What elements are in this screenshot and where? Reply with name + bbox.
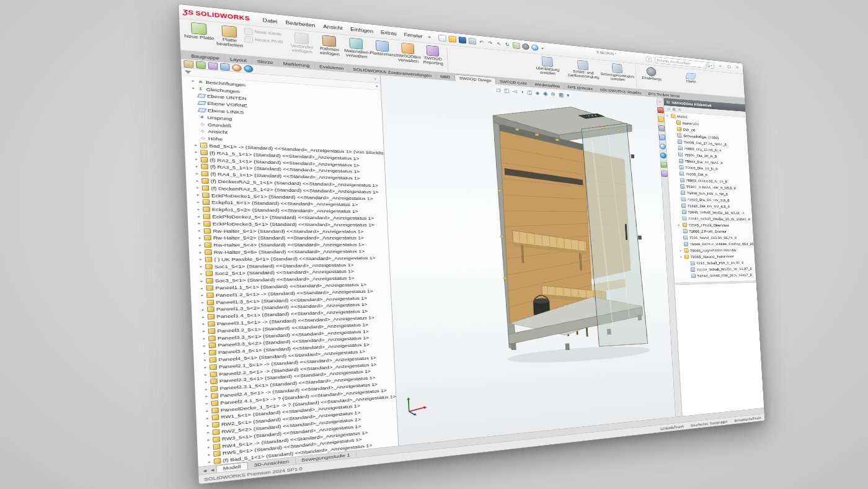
print-icon[interactable] — [468, 38, 476, 45]
swood-library-icon[interactable] — [660, 153, 666, 159]
command-button[interactable]: Neue Platte — [183, 20, 215, 47]
expand-arrow-icon[interactable]: ▸ — [200, 286, 205, 290]
zoom-fit-icon[interactable]: ◻ — [496, 87, 501, 93]
expand-arrow-icon[interactable]: ▸ — [193, 143, 198, 148]
custom-properties-icon[interactable] — [661, 162, 667, 168]
redo-icon[interactable]: ↷ — [487, 40, 494, 46]
expand-arrow-icon[interactable]: ▸ — [195, 164, 200, 168]
view-palette-icon[interactable] — [659, 135, 665, 141]
expand-arrow-icon[interactable]: ▸ — [198, 236, 203, 240]
graphics-viewport[interactable]: ◻◰◅◑◫◈◉⊚▦▾ — [381, 75, 764, 446]
section-view-icon[interactable]: ◑ — [520, 89, 524, 95]
zoom-area-icon[interactable]: ◰ — [504, 87, 510, 94]
undo-icon[interactable]: ↶ — [478, 39, 485, 45]
expand-arrow-icon[interactable]: ▸ — [195, 179, 200, 182]
rebuild-icon[interactable]: ↻ — [504, 42, 510, 48]
command-button[interactable]: SWOODBox verwalten — [395, 41, 421, 65]
select-icon[interactable]: ↖ — [495, 41, 502, 47]
expand-arrow-icon[interactable]: ▸ — [196, 200, 201, 204]
tp-refresh-icon[interactable]: ↻ — [678, 107, 681, 111]
open-icon[interactable] — [448, 35, 456, 42]
library-tree-item[interactable]: 7566_NoAd_215,04_56,74_8 — [671, 235, 764, 241]
design-library-icon[interactable] — [658, 116, 664, 122]
menu-pin-icon[interactable]: ★ — [427, 35, 432, 40]
restore-button[interactable]: ▢ — [725, 63, 733, 70]
menu-item[interactable]: Fenster — [400, 30, 426, 40]
command-button[interactable]: Schlitz- und Zapfenverbindung erstellen — [565, 58, 601, 81]
forum-icon[interactable] — [661, 171, 667, 177]
expand-arrow-icon[interactable]: ▸ — [206, 431, 211, 435]
displaymanager-tab-icon[interactable] — [232, 64, 242, 72]
expand-arrow-icon[interactable]: ▸ — [195, 186, 200, 190]
expand-arrow-icon[interactable]: ▸ — [205, 409, 210, 413]
expand-arrow-icon[interactable]: ▸ — [203, 358, 208, 362]
expand-arrow-icon[interactable]: ▸ — [191, 86, 196, 91]
command-button[interactable]: Gehrungsverbindung erstellen — [600, 61, 635, 84]
settings-button[interactable]: Einstellungen — [641, 65, 662, 82]
command-button[interactable]: SWOOD Reporting — [420, 43, 445, 67]
display-style-icon[interactable]: ◈ — [535, 90, 539, 96]
feature-tree-item[interactable]: ▸ Rw-Halter_5<2> (Standard) <<Standard>_… — [188, 235, 388, 242]
expand-arrow-icon[interactable]: ▾ — [666, 114, 670, 117]
swood-tab-icon[interactable] — [244, 65, 253, 72]
new-document-icon[interactable] — [438, 35, 446, 42]
command-button[interactable]: Plattenmanager — [369, 38, 396, 63]
command-button[interactable]: Verbinder einfügen — [287, 30, 316, 56]
expand-arrow-icon[interactable]: ▸ — [197, 215, 202, 218]
sauna-3d-model[interactable] — [486, 97, 658, 374]
minimize-button[interactable]: – — [716, 62, 724, 69]
expand-arrow-icon[interactable]: ▸ — [202, 330, 206, 334]
command-button[interactable]: Materialien verwalten — [342, 36, 370, 60]
menu-item[interactable]: Ansicht — [319, 22, 347, 32]
expand-arrow-icon[interactable]: ▸ — [207, 452, 212, 457]
expand-arrow-icon[interactable]: ▸ — [200, 300, 205, 304]
feature-tree-item[interactable]: ▸ Rw-Halter_5<1> (Standard) <<Standard>_… — [188, 227, 388, 235]
dimxpert-tab-icon[interactable] — [220, 63, 230, 71]
file-explorer-icon[interactable] — [658, 125, 665, 132]
view-orientation-icon[interactable]: ◫ — [527, 89, 533, 96]
tp-home-icon[interactable]: ▤ — [672, 107, 676, 110]
expand-arrow-icon[interactable]: ▸ — [203, 373, 208, 377]
edit-appearance-icon[interactable]: ⊚ — [551, 91, 556, 97]
plane-button[interactable]: Ebene — [683, 70, 699, 85]
expand-arrow-icon[interactable]: ▸ — [205, 395, 210, 399]
expand-arrow-icon[interactable]: ▸ — [198, 243, 203, 247]
expand-arrow-icon[interactable]: ▸ — [196, 193, 201, 197]
expand-arrow-icon[interactable]: ▸ — [203, 366, 208, 370]
expand-arrow-icon[interactable]: ▸ — [197, 207, 202, 211]
expand-arrow-icon[interactable]: ▸ — [204, 380, 209, 384]
library-tree-item[interactable]: 71066_2 Profil_Gramur — [671, 228, 764, 235]
library-tree-item[interactable]: T4743_Schäft_HW_16,5_16x17_8 — [674, 271, 764, 280]
command-button[interactable]: Rahmen einfügen — [315, 34, 343, 58]
expand-arrow-icon[interactable]: ▸ — [202, 344, 207, 348]
expand-arrow-icon[interactable]: ▸ — [197, 229, 202, 233]
expand-arrow-icon[interactable]: ▸ — [194, 150, 199, 154]
search-dropdown-icon[interactable]: ▾ — [711, 64, 712, 68]
expand-arrow-icon[interactable]: ▸ — [191, 79, 196, 83]
appearances-icon[interactable] — [660, 143, 666, 150]
command-button[interactable]: Platte bearbeiten — [214, 24, 245, 50]
expand-arrow-icon[interactable]: ▸ — [199, 265, 204, 269]
help-icon[interactable]: ? — [645, 56, 652, 62]
appearance-icon[interactable] — [531, 44, 539, 51]
expand-arrow-icon[interactable]: ▸ — [205, 402, 210, 406]
expand-arrow-icon[interactable]: ▸ — [205, 416, 210, 421]
expand-arrow-icon[interactable]: ▸ — [194, 158, 199, 161]
search-icon[interactable] — [706, 63, 709, 67]
expand-arrow-icon[interactable]: ▸ — [206, 423, 211, 428]
menu-item[interactable]: Extras — [377, 27, 401, 37]
expand-arrow-icon[interactable]: ▸ — [202, 336, 207, 341]
tp-back-icon[interactable]: ◅ — [666, 107, 670, 110]
apply-scene-icon[interactable]: ▦ — [559, 92, 564, 98]
close-button[interactable]: × — [733, 64, 742, 71]
expand-arrow-icon[interactable]: ▸ — [201, 315, 206, 320]
expand-arrow-icon[interactable]: ▸ — [207, 460, 212, 464]
expand-arrow-icon[interactable]: ▸ — [202, 322, 206, 326]
menu-item[interactable]: Einfügen — [347, 24, 378, 35]
expand-arrow-icon[interactable]: ▸ — [204, 387, 209, 392]
expand-arrow-icon[interactable]: ▾ — [680, 256, 683, 259]
expand-arrow-icon[interactable]: ▸ — [206, 438, 211, 442]
expand-arrow-icon[interactable]: ▸ — [680, 249, 683, 252]
file-properties-icon[interactable] — [513, 42, 520, 49]
expand-arrow-icon[interactable]: ▸ — [200, 294, 205, 297]
